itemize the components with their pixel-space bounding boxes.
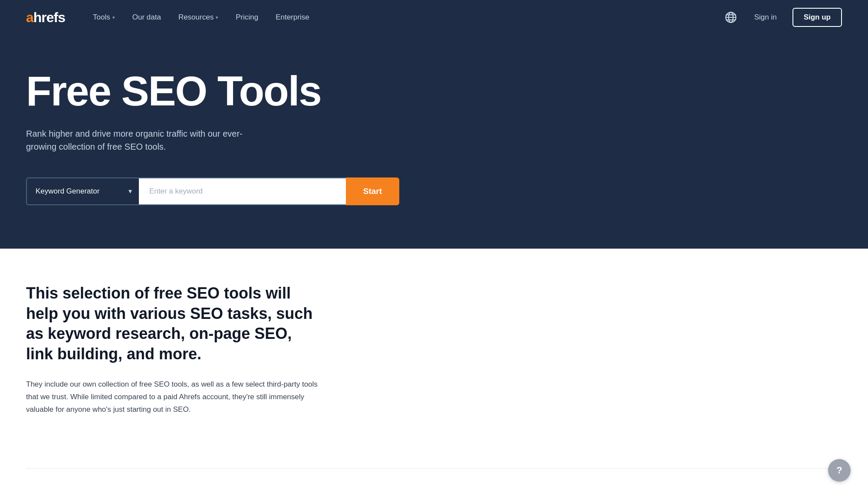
nav-item-tools-label: Tools <box>93 13 110 22</box>
nav-item-pricing[interactable]: Pricing <box>229 10 265 25</box>
search-bar: Keyword Generator Backlink Checker SERP … <box>26 177 399 205</box>
hero-section: Free SEO Tools Rank higher and drive mor… <box>0 35 868 249</box>
nav-item-our-data-label: Our data <box>132 13 161 22</box>
nav-item-tools[interactable]: Tools ▾ <box>86 10 122 25</box>
tool-select[interactable]: Keyword Generator Backlink Checker SERP … <box>26 177 139 205</box>
nav-item-enterprise[interactable]: Enterprise <box>269 10 316 25</box>
nav-item-resources-label: Resources <box>178 13 214 22</box>
keyword-input[interactable] <box>139 177 346 205</box>
content-heading: This selection of free SEO tools will he… <box>26 283 321 364</box>
content-section: This selection of free SEO tools will he… <box>0 249 868 468</box>
start-button[interactable]: Start <box>346 177 399 205</box>
section-divider <box>26 468 842 469</box>
help-button[interactable]: ? <box>828 459 851 482</box>
language-button[interactable] <box>723 10 739 25</box>
nav-links: Tools ▾ Our data Resources ▾ Pricing Ent… <box>86 10 723 25</box>
navbar: ahrefs Tools ▾ Our data Resources ▾ Pric… <box>0 0 868 35</box>
logo-a: a <box>26 10 33 26</box>
hero-subtitle: Rank higher and drive more organic traff… <box>26 127 260 153</box>
logo-hrefs: hrefs <box>33 10 65 26</box>
sign-in-button[interactable]: Sign in <box>747 10 784 25</box>
nav-right: Sign in Sign up <box>723 8 842 27</box>
nav-item-our-data[interactable]: Our data <box>125 10 168 25</box>
nav-item-enterprise-label: Enterprise <box>276 13 309 22</box>
logo[interactable]: ahrefs <box>26 10 65 26</box>
chevron-down-icon-2: ▾ <box>216 15 218 20</box>
nav-item-pricing-label: Pricing <box>236 13 258 22</box>
globe-icon <box>725 11 737 23</box>
nav-item-resources[interactable]: Resources ▾ <box>171 10 225 25</box>
chevron-down-icon: ▾ <box>112 15 115 20</box>
hero-title: Free SEO Tools <box>26 69 417 113</box>
content-body: They include our own collection of free … <box>26 378 321 416</box>
tool-select-wrapper: Keyword Generator Backlink Checker SERP … <box>26 177 139 205</box>
sign-up-button[interactable]: Sign up <box>792 8 842 27</box>
